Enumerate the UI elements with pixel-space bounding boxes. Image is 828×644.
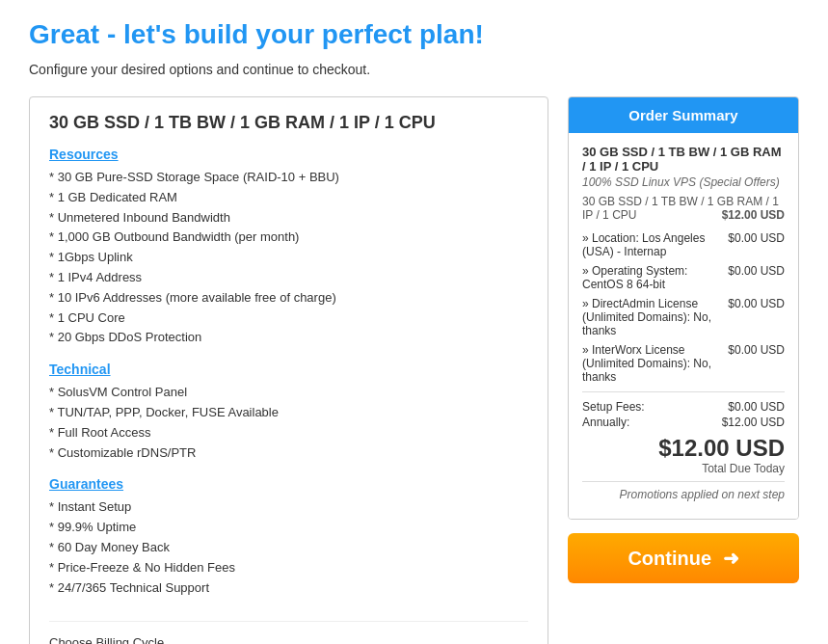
feature-item: * 60 Day Money Back [49,538,528,558]
order-summary-box: Order Summary 30 GB SSD / 1 TB BW / 1 GB… [568,96,799,520]
plan-title: 30 GB SSD / 1 TB BW / 1 GB RAM / 1 IP / … [49,113,528,133]
feature-item: * 1 IPv4 Address [49,268,528,288]
left-panel: 30 GB SSD / 1 TB BW / 1 GB RAM / 1 IP / … [29,96,548,644]
main-layout: 30 GB SSD / 1 TB BW / 1 GB RAM / 1 IP / … [29,96,799,644]
promotions-note: Promotions applied on next step [582,481,785,507]
annually-price: $12.00 USD [722,416,785,429]
os-plan-title: 30 GB SSD / 1 TB BW / 1 GB RAM / 1 IP / … [582,145,785,174]
right-panel: Order Summary 30 GB SSD / 1 TB BW / 1 GB… [568,96,799,583]
setup-label: Setup Fees: [582,400,645,414]
order-lines-container: » Location: Los Angeles (USA) - Internap… [582,231,785,384]
order-line-label: » Location: Los Angeles (USA) - Internap [582,231,728,258]
order-summary-header: Order Summary [569,97,798,133]
order-line: » DirectAdmin License (Unlimited Domains… [582,297,785,337]
order-summary-body: 30 GB SSD / 1 TB BW / 1 GB RAM / 1 IP / … [569,133,798,519]
feature-item: * 1,000 GB Outbound Bandwidth (per month… [49,228,528,248]
feature-item: * 99.9% Uptime [49,518,528,538]
feature-item: * 1 GB Dedicated RAM [49,188,528,208]
order-line-price: $0.00 USD [728,231,785,245]
feature-item: * 24/7/365 Technical Support [49,578,528,599]
os-plan-desc: 30 GB SSD / 1 TB BW / 1 GB RAM / 1 IP / … [582,195,785,222]
arrow-right-icon: ➜ [723,548,739,569]
feature-item: * 10 IPv6 Addresses (more available free… [49,288,528,309]
continue-button[interactable]: Continue ➜ [568,533,799,583]
order-line-label: » Operating System: CentOS 8 64-bit [582,264,728,291]
feature-item: * Price-Freeze & No Hidden Fees [49,558,528,578]
billing-label: Choose Billing Cycle [49,635,528,644]
setup-price: $0.00 USD [728,400,785,414]
order-line-label: » DirectAdmin License (Unlimited Domains… [582,297,728,337]
feature-item: * TUN/TAP, PPP, Docker, FUSE Available [49,403,528,423]
feature-list: * Instant Setup* 99.9% Uptime* 60 Day Mo… [49,497,528,598]
section-heading: Technical [49,362,528,377]
order-line-price: $0.00 USD [728,297,785,310]
feature-list: * 30 GB Pure-SSD Storage Space (RAID-10 … [49,168,528,348]
total-due-label: Total Due Today [582,462,785,475]
order-line-label: » InterWorx License (Unlimited Domains):… [582,343,728,384]
order-line: » InterWorx License (Unlimited Domains):… [582,343,785,384]
order-line-price: $0.00 USD [728,264,785,278]
big-total: $12.00 USD [582,435,785,462]
order-line-price: $0.00 USD [728,343,785,357]
feature-item: * 20 Gbps DDoS Protection [49,328,528,348]
annually-row: Annually: $12.00 USD [582,416,785,429]
os-plan-subtitle: 100% SSD Linux VPS (Special Offers) [582,175,785,189]
order-line: » Location: Los Angeles (USA) - Internap… [582,231,785,258]
divider [582,391,785,392]
billing-section: Choose Billing Cycle 12 Month Price - $1… [49,621,528,644]
feature-item: * 30 GB Pure-SSD Storage Space (RAID-10 … [49,168,528,188]
feature-item: * 1 CPU Core [49,309,528,329]
annually-label: Annually: [582,416,629,429]
page-title: Great - let's build your perfect plan! [29,19,799,50]
section-heading: Resources [49,147,528,162]
section-heading: Guarantees [49,476,528,492]
feature-item: * Instant Setup [49,497,528,518]
page-subtitle: Configure your desired options and conti… [29,62,799,77]
feature-list: * SolusVM Control Panel* TUN/TAP, PPP, D… [49,383,528,463]
feature-item: * Unmetered Inbound Bandwidth [49,208,528,228]
feature-item: * Customizable rDNS/PTR [49,443,528,464]
feature-item: * 1Gbps Uplink [49,248,528,268]
order-line: » Operating System: CentOS 8 64-bit$0.00… [582,264,785,291]
feature-item: * Full Root Access [49,423,528,443]
features-container: Resources* 30 GB Pure-SSD Storage Space … [49,147,528,598]
setup-fees-row: Setup Fees: $0.00 USD [582,400,785,414]
feature-item: * SolusVM Control Panel [49,383,528,403]
